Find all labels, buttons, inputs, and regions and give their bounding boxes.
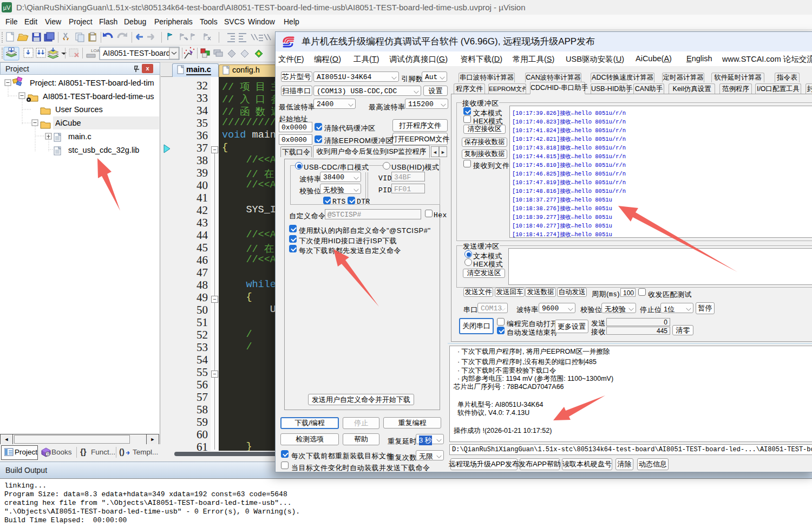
svg-text:µV: µV bbox=[3, 4, 11, 11]
svg-text:AI8051-TEST-board: AI8051-TEST-board bbox=[103, 49, 171, 57]
svg-text:?: ? bbox=[47, 452, 49, 457]
